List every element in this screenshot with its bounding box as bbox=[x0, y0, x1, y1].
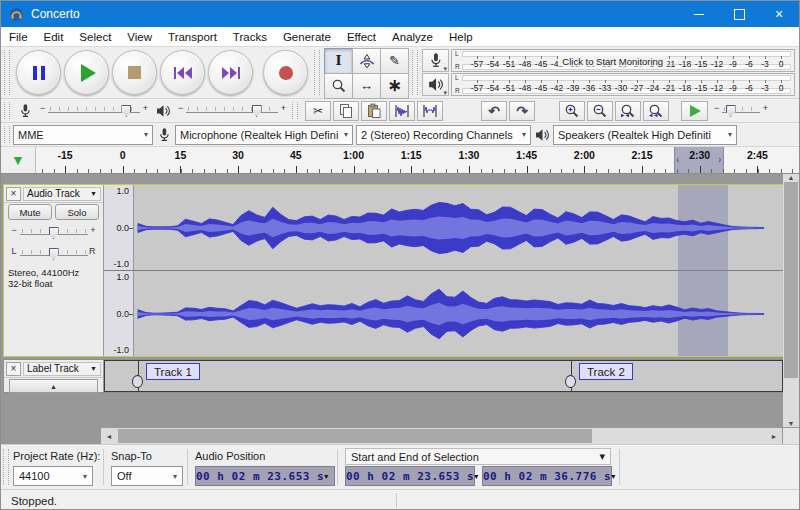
vertical-scrollbar[interactable]: ▲ ▼ bbox=[783, 174, 799, 427]
zoom-in-button[interactable] bbox=[559, 101, 585, 121]
label-marker-handle[interactable] bbox=[132, 375, 143, 388]
silence-audio-button[interactable] bbox=[417, 101, 443, 121]
mixer-toolbar-grip[interactable] bbox=[4, 102, 10, 119]
audio-position-field[interactable]: 00 h 02 m 23.653 s▾ bbox=[195, 466, 335, 486]
selection-start-field[interactable]: 00 h 02 m 23.653 s▾ bbox=[345, 466, 475, 486]
audio-host-select[interactable]: MME▾ bbox=[13, 125, 153, 145]
playback-volume-slider[interactable]: − + bbox=[176, 101, 288, 120]
menu-file[interactable]: File bbox=[1, 31, 36, 43]
menu-tracks[interactable]: Tracks bbox=[225, 31, 275, 43]
label-area[interactable]: Track 1Track 2 bbox=[104, 360, 783, 392]
meter-toolbar-grip[interactable] bbox=[412, 50, 418, 95]
play-at-speed-button[interactable] bbox=[681, 101, 708, 121]
pinned-playhead-button[interactable]: ▼ bbox=[1, 147, 36, 173]
menu-generate[interactable]: Generate bbox=[275, 31, 339, 43]
pan-thumb[interactable] bbox=[49, 248, 59, 260]
collapse-button[interactable]: ▲ bbox=[9, 379, 98, 393]
recording-volume-slider[interactable]: − + bbox=[38, 101, 150, 120]
scroll-up-arrow[interactable]: ▲ bbox=[783, 174, 799, 181]
mute-button[interactable]: Mute bbox=[8, 204, 52, 220]
play-speed-slider[interactable]: − + bbox=[712, 101, 770, 120]
maximize-button[interactable] bbox=[719, 1, 759, 27]
undo-button[interactable]: ↶ bbox=[481, 101, 507, 121]
envelope-tool-button[interactable] bbox=[352, 48, 381, 74]
vertical-scale-right[interactable]: 1.0 0.0 -1.0 bbox=[104, 271, 134, 356]
label-marker-handle[interactable] bbox=[565, 375, 576, 388]
recording-device-select[interactable]: Microphone (Realtek High Defini▾ bbox=[175, 125, 353, 145]
selection-range-select[interactable]: Start and End of Selection▾ bbox=[345, 448, 611, 465]
close-track-button[interactable]: × bbox=[6, 362, 21, 376]
playback-device-select[interactable]: Speakers (Realtek High Definiti▾ bbox=[553, 125, 737, 145]
slider-thumb[interactable] bbox=[252, 105, 262, 117]
horizontal-scroll-thumb[interactable] bbox=[118, 429, 592, 443]
menu-view[interactable]: View bbox=[119, 31, 160, 43]
skip-to-end-button[interactable] bbox=[208, 50, 253, 95]
scroll-right-arrow[interactable]: ► bbox=[766, 433, 782, 440]
edit-toolbar-grip[interactable] bbox=[292, 102, 298, 119]
record-button[interactable] bbox=[263, 50, 308, 95]
device-toolbar-grip[interactable] bbox=[4, 126, 10, 143]
fit-project-button[interactable] bbox=[643, 101, 669, 121]
menu-help[interactable]: Help bbox=[441, 31, 481, 43]
close-track-button[interactable]: × bbox=[6, 187, 21, 201]
label-track-menu[interactable]: Label Track ▼ bbox=[23, 362, 101, 376]
playback-meter-button[interactable]: ▾ bbox=[422, 73, 449, 96]
menu-edit[interactable]: Edit bbox=[36, 31, 72, 43]
meter-scale-0: 0 bbox=[779, 59, 784, 69]
menu-select[interactable]: Select bbox=[71, 31, 119, 43]
draw-tool-button[interactable]: ✎ bbox=[380, 48, 409, 74]
timeline-ruler[interactable]: -1501530451:001:151:301:452:002:152:302:… bbox=[36, 147, 799, 173]
pause-button[interactable] bbox=[16, 50, 61, 95]
waveform-left[interactable] bbox=[134, 185, 785, 270]
project-rate-select[interactable]: 44100▾ bbox=[13, 466, 93, 486]
zoom-tool-button[interactable] bbox=[324, 73, 353, 99]
vertical-scroll-thumb[interactable] bbox=[784, 182, 798, 378]
monitoring-overlay[interactable]: Click to Start Monitoring bbox=[558, 55, 667, 66]
selection-toolbar-grip[interactable] bbox=[3, 449, 9, 485]
recording-meter-button[interactable]: ▾ bbox=[422, 49, 449, 72]
slider-thumb[interactable] bbox=[726, 105, 736, 117]
zoom-selection-icon bbox=[620, 103, 636, 119]
close-button[interactable]: × bbox=[759, 1, 799, 27]
fit-selection-button[interactable] bbox=[615, 101, 641, 121]
trim-audio-button[interactable] bbox=[389, 101, 415, 121]
minimize-button[interactable] bbox=[679, 1, 719, 27]
selection-end-field[interactable]: 00 h 02 m 36.776 s▾ bbox=[482, 466, 612, 486]
stop-button[interactable] bbox=[112, 50, 157, 95]
vertical-scale-left[interactable]: 1.0 0.0 -1.0 bbox=[104, 185, 134, 270]
selection-tool-button[interactable]: I bbox=[324, 48, 353, 74]
scroll-left-arrow[interactable]: ◄ bbox=[101, 433, 117, 440]
label-box[interactable]: Track 1 bbox=[146, 363, 200, 380]
audio-track-menu[interactable]: Audio Track ▼ bbox=[23, 187, 101, 201]
redo-button[interactable]: ↷ bbox=[509, 101, 535, 121]
solo-button[interactable]: Solo bbox=[55, 204, 99, 220]
menu-analyze[interactable]: Analyze bbox=[384, 31, 441, 43]
snap-to-select[interactable]: Off▾ bbox=[111, 466, 183, 486]
horizontal-scrollbar[interactable]: ◄ ► bbox=[101, 428, 782, 444]
gain-thumb[interactable] bbox=[49, 227, 59, 239]
time-shift-tool-button[interactable]: ↔ bbox=[352, 73, 381, 99]
playback-meter-box[interactable]: L -57-54-51-48-45-42-39-36-33-30-27-24-2… bbox=[451, 73, 795, 96]
menu-transport[interactable]: Transport bbox=[160, 31, 225, 43]
paste-button[interactable] bbox=[361, 101, 387, 121]
label-box[interactable]: Track 2 bbox=[579, 363, 633, 380]
gain-slider[interactable]: − + bbox=[10, 223, 98, 242]
transport-toolbar-grip[interactable] bbox=[4, 50, 10, 95]
menu-effect[interactable]: Effect bbox=[339, 31, 384, 43]
pan-slider[interactable]: L R bbox=[10, 244, 98, 263]
chevron-down-icon: ▾ bbox=[324, 472, 335, 481]
recording-meter-box[interactable]: L -57-54-51-48-45-42-39-36-33-30-27-24-2… bbox=[451, 49, 795, 72]
cut-button[interactable]: ✂ bbox=[305, 101, 331, 121]
multi-tool-button[interactable]: ∗ bbox=[380, 73, 409, 99]
tools-toolbar-grip[interactable] bbox=[314, 50, 320, 95]
recording-meter[interactable]: ▾ L -57-54-51-48-45-42-39-36-33-30-27-24… bbox=[422, 49, 795, 72]
playback-meter[interactable]: ▾ L -57-54-51-48-45-42-39-36-33-30-27-24… bbox=[422, 73, 795, 96]
skip-to-start-button[interactable] bbox=[160, 50, 205, 95]
slider-thumb[interactable] bbox=[121, 105, 131, 117]
copy-button[interactable] bbox=[333, 101, 359, 121]
zoom-out-button[interactable] bbox=[587, 101, 613, 121]
recording-channels-select[interactable]: 2 (Stereo) Recording Channels▾ bbox=[356, 125, 531, 145]
waveform-right[interactable] bbox=[134, 271, 785, 356]
scroll-down-arrow[interactable]: ▼ bbox=[783, 420, 799, 427]
play-button[interactable] bbox=[64, 50, 109, 95]
